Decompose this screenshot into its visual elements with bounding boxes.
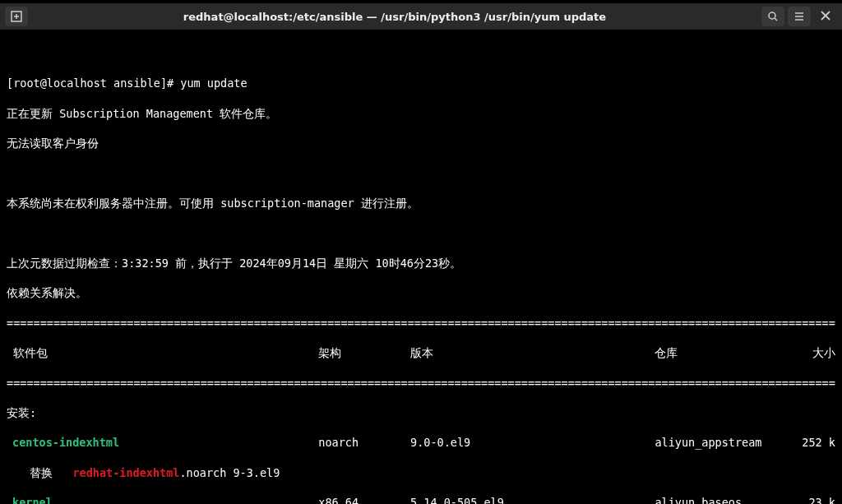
output-line <box>7 166 835 181</box>
output-line <box>7 225 835 240</box>
close-icon <box>821 11 830 21</box>
package-arch: x86_64 <box>318 495 410 504</box>
replace-row: 替换 redhat-indexhtml.noarch 9-3.el9 <box>7 465 835 480</box>
new-tab-icon <box>11 11 22 22</box>
output-line: 无法读取客户身份 <box>7 136 835 150</box>
separator-line: ========================================… <box>7 316 835 331</box>
hamburger-icon <box>793 11 805 22</box>
replaced-package: redhat-indexhtml <box>72 466 179 479</box>
replace-suffix: .noarch 9-3.el9 <box>179 466 280 479</box>
window-title: redhat@localhost:/etc/ansible — /usr/bin… <box>31 11 758 23</box>
package-arch: noarch <box>318 435 410 450</box>
package-repo: aliyun_baseos <box>655 495 786 504</box>
package-row: centos-indexhtml noarch 9.0-0.el9 aliyun… <box>7 435 835 450</box>
header-repo: 仓库 <box>655 345 786 360</box>
close-button[interactable] <box>814 7 837 26</box>
package-name: kernel <box>7 495 318 504</box>
output-line: 上次元数据过期检查：3:32:59 前，执行于 2024年09月14日 星期六 … <box>7 256 835 270</box>
terminal-output[interactable]: [root@localhost ansible]# yum update 正在更… <box>0 30 842 504</box>
table-header-row: 软件包 架构 版本 仓库 大小 <box>7 345 835 360</box>
separator-line: ========================================… <box>7 376 835 391</box>
package-version: 5.14.0-505.el9 <box>410 495 655 504</box>
output-line: 依赖关系解决。 <box>7 285 835 300</box>
header-arch: 架构 <box>318 345 410 360</box>
output-line: 正在更新 Subscription Management 软件仓库。 <box>7 106 835 121</box>
svg-point-3 <box>769 12 775 19</box>
prompt-line: [root@localhost ansible]# yum update <box>7 76 835 90</box>
search-icon <box>767 11 779 22</box>
package-repo: aliyun_appstream <box>655 435 786 450</box>
package-row: kernel x86_64 5.14.0-505.el9 aliyun_base… <box>7 495 835 504</box>
menu-button[interactable] <box>788 7 811 26</box>
package-name: centos-indexhtml <box>7 435 318 450</box>
titlebar: redhat@localhost:/etc/ansible — /usr/bin… <box>0 3 842 30</box>
search-button[interactable] <box>761 7 784 26</box>
output-line: 本系统尚未在权利服务器中注册。可使用 subscription-manager … <box>7 196 835 210</box>
header-package: 软件包 <box>7 345 318 360</box>
install-section-label: 安装: <box>7 405 835 420</box>
header-version: 版本 <box>410 345 655 360</box>
titlebar-right <box>761 7 837 26</box>
package-version: 9.0-0.el9 <box>410 435 655 450</box>
header-size: 大小 <box>786 345 835 360</box>
svg-line-4 <box>775 18 777 21</box>
replace-prefix: 替换 <box>30 466 72 479</box>
new-tab-button[interactable] <box>5 7 28 26</box>
package-size: 252 k <box>786 435 835 450</box>
package-size: 23 k <box>786 495 835 504</box>
